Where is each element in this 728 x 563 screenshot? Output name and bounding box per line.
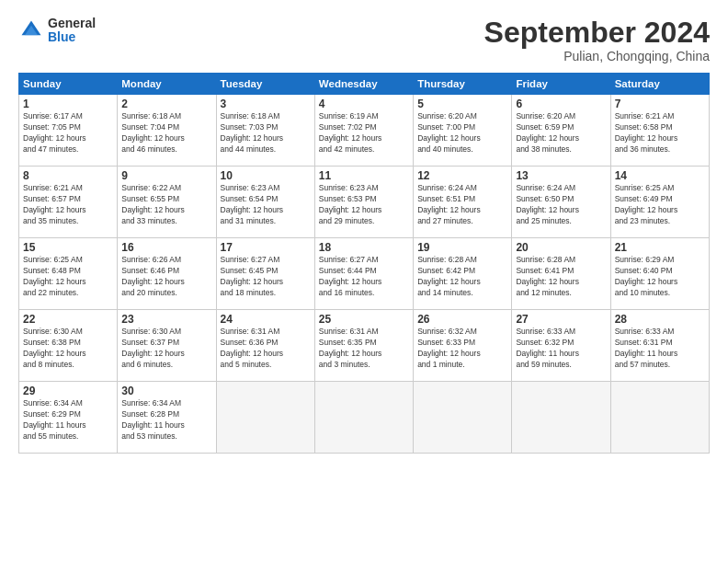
logo-blue: Blue — [48, 30, 96, 44]
weekday-tuesday: Tuesday — [216, 74, 314, 95]
calendar-week-1: 8Sunrise: 6:21 AMSunset: 6:57 PMDaylight… — [19, 167, 710, 238]
calendar-week-3: 22Sunrise: 6:30 AMSunset: 6:38 PMDayligh… — [19, 310, 710, 382]
table-row: 18Sunrise: 6:27 AMSunset: 6:44 PMDayligh… — [314, 238, 413, 310]
month-title: September 2024 — [484, 17, 710, 49]
logo-general: General — [48, 17, 96, 30]
table-row: 8Sunrise: 6:21 AMSunset: 6:57 PMDaylight… — [19, 167, 118, 238]
table-row: 11Sunrise: 6:23 AMSunset: 6:53 PMDayligh… — [314, 167, 413, 238]
table-row: 2Sunrise: 6:18 AMSunset: 7:04 PMDaylight… — [118, 95, 216, 167]
table-row: 23Sunrise: 6:30 AMSunset: 6:37 PMDayligh… — [118, 310, 216, 382]
table-row: 4Sunrise: 6:19 AMSunset: 7:02 PMDaylight… — [314, 95, 413, 167]
table-row: 9Sunrise: 6:22 AMSunset: 6:55 PMDaylight… — [118, 167, 216, 238]
table-row: 20Sunrise: 6:28 AMSunset: 6:41 PMDayligh… — [512, 238, 610, 310]
table-row: 27Sunrise: 6:33 AMSunset: 6:32 PMDayligh… — [512, 310, 610, 382]
calendar-week-4: 29Sunrise: 6:34 AMSunset: 6:29 PMDayligh… — [19, 382, 710, 454]
table-row: 12Sunrise: 6:24 AMSunset: 6:51 PMDayligh… — [414, 167, 512, 238]
table-row — [512, 382, 610, 454]
weekday-saturday: Saturday — [610, 74, 709, 95]
table-row: 22Sunrise: 6:30 AMSunset: 6:38 PMDayligh… — [19, 310, 118, 382]
weekday-wednesday: Wednesday — [314, 74, 413, 95]
table-row — [414, 382, 512, 454]
table-row — [216, 382, 314, 454]
table-row: 15Sunrise: 6:25 AMSunset: 6:48 PMDayligh… — [19, 238, 118, 310]
table-row: 29Sunrise: 6:34 AMSunset: 6:29 PMDayligh… — [19, 382, 118, 454]
logo-icon — [18, 17, 44, 43]
table-row: 1Sunrise: 6:17 AMSunset: 7:05 PMDaylight… — [19, 95, 118, 167]
logo-text: General Blue — [48, 17, 96, 45]
calendar-week-2: 15Sunrise: 6:25 AMSunset: 6:48 PMDayligh… — [19, 238, 710, 310]
table-row: 25Sunrise: 6:31 AMSunset: 6:35 PMDayligh… — [314, 310, 413, 382]
table-row: 14Sunrise: 6:25 AMSunset: 6:49 PMDayligh… — [610, 167, 709, 238]
weekday-thursday: Thursday — [414, 74, 512, 95]
calendar: SundayMondayTuesdayWednesdayThursdayFrid… — [18, 73, 710, 454]
weekday-header-row: SundayMondayTuesdayWednesdayThursdayFrid… — [19, 74, 710, 95]
subtitle: Pulian, Chongqing, China — [484, 49, 710, 63]
table-row: 17Sunrise: 6:27 AMSunset: 6:45 PMDayligh… — [216, 238, 314, 310]
table-row: 6Sunrise: 6:20 AMSunset: 6:59 PMDaylight… — [512, 95, 610, 167]
calendar-week-0: 1Sunrise: 6:17 AMSunset: 7:05 PMDaylight… — [19, 95, 710, 167]
table-row: 28Sunrise: 6:33 AMSunset: 6:31 PMDayligh… — [610, 310, 709, 382]
weekday-sunday: Sunday — [19, 74, 118, 95]
weekday-monday: Monday — [118, 74, 216, 95]
table-row: 13Sunrise: 6:24 AMSunset: 6:50 PMDayligh… — [512, 167, 610, 238]
table-row: 30Sunrise: 6:34 AMSunset: 6:28 PMDayligh… — [118, 382, 216, 454]
table-row: 7Sunrise: 6:21 AMSunset: 6:58 PMDaylight… — [610, 95, 709, 167]
table-row: 10Sunrise: 6:23 AMSunset: 6:54 PMDayligh… — [216, 167, 314, 238]
header: General Blue September 2024 Pulian, Chon… — [18, 17, 710, 63]
logo: General Blue — [18, 17, 96, 45]
table-row: 19Sunrise: 6:28 AMSunset: 6:42 PMDayligh… — [414, 238, 512, 310]
title-area: September 2024 Pulian, Chongqing, China — [484, 17, 710, 63]
table-row — [314, 382, 413, 454]
table-row: 24Sunrise: 6:31 AMSunset: 6:36 PMDayligh… — [216, 310, 314, 382]
table-row — [610, 382, 709, 454]
table-row: 21Sunrise: 6:29 AMSunset: 6:40 PMDayligh… — [610, 238, 709, 310]
page: General Blue September 2024 Pulian, Chon… — [0, 0, 728, 563]
table-row: 3Sunrise: 6:18 AMSunset: 7:03 PMDaylight… — [216, 95, 314, 167]
table-row: 5Sunrise: 6:20 AMSunset: 7:00 PMDaylight… — [414, 95, 512, 167]
table-row: 26Sunrise: 6:32 AMSunset: 6:33 PMDayligh… — [414, 310, 512, 382]
weekday-friday: Friday — [512, 74, 610, 95]
table-row: 16Sunrise: 6:26 AMSunset: 6:46 PMDayligh… — [118, 238, 216, 310]
